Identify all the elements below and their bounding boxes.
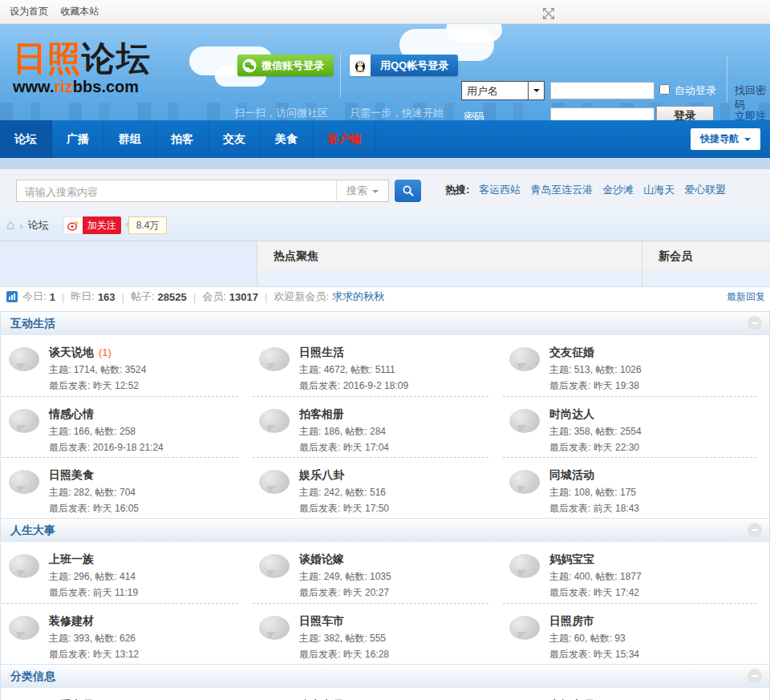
search-box: 搜索	[16, 180, 389, 202]
forum-bubble-icon	[509, 470, 540, 494]
hot-search-link[interactable]: 金沙滩	[602, 183, 634, 197]
forum-topic-post-stats: 主题: 296, 帖数: 414	[49, 570, 251, 583]
forum-link[interactable]: 谈天说地	[49, 346, 94, 358]
forum-link[interactable]: 日照房市	[549, 614, 594, 627]
forum-topic-post-stats: 主题: 382, 帖数: 555	[299, 632, 488, 645]
site-logo[interactable]: 日照论坛 www.rizbbs.com	[13, 42, 151, 95]
forum-cell: 装修建材主题: 393, 帖数: 626最后发表: 昨天 13:12	[2, 603, 238, 664]
register-link[interactable]: 立即注册	[735, 109, 770, 120]
forum-link[interactable]: 上班一族	[49, 552, 94, 565]
forum-topic-post-stats: 主题: 1714, 帖数: 3524	[49, 363, 251, 376]
new-member-body	[642, 270, 770, 286]
forum-sections: 互动生活谈天说地(1)主题: 1714, 帖数: 3524最后发表: 昨天 12…	[0, 311, 770, 700]
forum-cell: 谈婚论嫁主题: 249, 帖数: 1035最后发表: 昨天 20:27	[251, 542, 501, 603]
hot-search-link[interactable]: 青岛至连云港	[530, 183, 593, 197]
fullscreen-icon[interactable]	[542, 6, 555, 18]
section-title[interactable]: 人生大事	[10, 519, 55, 541]
forum-link[interactable]: 日照生活	[299, 346, 344, 358]
qq-login-button[interactable]: 用QQ帐号登录	[350, 55, 458, 76]
breadcrumb-separator: ›	[19, 220, 22, 232]
chevron-down-icon	[744, 138, 751, 144]
forum-last-post: 最后发表: 昨天 19:38	[549, 379, 769, 392]
weibo-follow-button[interactable]: 加关注	[83, 216, 121, 234]
hot-search-link[interactable]: 爱心联盟	[684, 183, 726, 197]
hot-search-label: 热搜:	[445, 183, 469, 197]
forum-link[interactable]: 娱乐八卦	[299, 468, 344, 481]
home-icon[interactable]: ⌂	[6, 217, 14, 233]
divider	[727, 56, 727, 103]
forum-topic-post-stats: 主题: 513, 帖数: 1026	[549, 363, 769, 376]
main-navbar: 论坛 广播 群组 拍客 交友 美食 客户端 快捷导航	[0, 120, 770, 158]
forum-link[interactable]: 妈妈宝宝	[549, 552, 594, 565]
forum-last-post: 最后发表: 昨天 17:50	[299, 502, 488, 515]
forum-section: 互动生活谈天说地(1)主题: 1714, 帖数: 3524最后发表: 昨天 12…	[0, 311, 770, 519]
forum-topic-post-stats: 主题: 249, 帖数: 1035	[299, 570, 501, 583]
section-header: 分类信息	[1, 665, 769, 688]
forum-cell: 娱乐八卦主题: 242, 帖数: 516最后发表: 昨天 17:50	[253, 457, 488, 518]
forum-link[interactable]: 谈婚论嫁	[299, 552, 344, 565]
forum-stats-bar: 今日:1 昨日:163 帖子:28525 会员:13017 欢迎新会员:求求的秋…	[0, 287, 770, 306]
set-homepage-link[interactable]: 设为首页	[10, 6, 48, 17]
bar-chart-icon	[6, 291, 18, 302]
members-label: 会员:	[202, 289, 226, 304]
quick-nav-button[interactable]: 快捷导航	[691, 128, 760, 150]
section-title[interactable]: 互动生活	[10, 312, 55, 334]
forum-bubble-icon	[9, 470, 39, 494]
search-scope-dropdown[interactable]: 搜索	[336, 180, 388, 201]
forum-topic-post-stats: 主题: 108, 帖数: 175	[549, 486, 756, 499]
forum-topic-post-stats: 主题: 186, 帖数: 284	[299, 425, 488, 438]
search-input[interactable]	[23, 181, 331, 202]
nav-item-paike[interactable]: 拍客	[156, 120, 209, 158]
nav-item-food[interactable]: 美食	[261, 120, 313, 158]
logo-url: www.rizbbs.com	[13, 79, 151, 95]
forum-last-post: 最后发表: 前天 18:43	[549, 502, 756, 515]
login-button[interactable]: 登录	[656, 106, 714, 120]
find-password-link[interactable]: 找回密码	[735, 83, 770, 112]
collapse-button[interactable]	[748, 669, 762, 683]
forum-cell: 日照房市主题: 60, 帖数: 93最后发表: 昨天 15:34	[503, 603, 756, 664]
forum-link[interactable]: 时尚达人	[549, 407, 594, 420]
forum-last-post: 最后发表: 昨天 16:05	[49, 502, 238, 515]
hot-search-link[interactable]: 山海天	[643, 183, 675, 197]
newest-member-link[interactable]: 求求的秋秋	[332, 289, 384, 304]
bookmark-site-link[interactable]: 收藏本站	[60, 6, 99, 17]
latest-reply-link[interactable]: 最新回复	[727, 290, 765, 304]
nav-item-friends[interactable]: 交友	[209, 120, 261, 158]
breadcrumb-current[interactable]: 论坛	[28, 218, 49, 233]
auto-login-checkbox[interactable]	[659, 84, 670, 95]
search-submit-button[interactable]	[395, 180, 421, 202]
forum-last-post: 最后发表: 昨天 17:42	[549, 586, 769, 599]
forum-link[interactable]: 日照美食	[49, 468, 94, 481]
nav-item-client-app[interactable]: 客户端	[313, 120, 376, 158]
minus-icon	[752, 322, 758, 324]
login-username-input[interactable]	[550, 82, 654, 99]
nav-item-forum[interactable]: 论坛	[0, 120, 52, 158]
wechat-login-button[interactable]: 微信账号登录	[237, 55, 334, 76]
forum-link[interactable]: 拍客相册	[299, 407, 344, 420]
collapse-button[interactable]	[748, 316, 762, 330]
section-title[interactable]: 分类信息	[10, 665, 55, 687]
login-password-input[interactable]	[550, 107, 654, 120]
forum-link[interactable]: 装修建材	[49, 614, 94, 627]
weibo-follow-widget: 加关注 8.4万	[63, 216, 168, 234]
forum-link[interactable]: 日照车市	[299, 614, 344, 627]
login-type-select[interactable]: 用户名	[461, 81, 545, 100]
hot-focus-header: 热点聚焦	[257, 241, 642, 270]
forum-cell: 拍客相册主题: 186, 帖数: 284最后发表: 昨天 17:04	[253, 396, 488, 457]
hot-search-area: 热搜: 客运西站 青岛至连云港 金沙滩 山海天 爱心联盟	[445, 183, 726, 197]
forum-link[interactable]: 情感心情	[49, 407, 94, 420]
forum-bubble-icon	[259, 554, 290, 578]
forum-bubble-icon	[509, 554, 540, 578]
breadcrumb: ⌂ › 论坛 加关注 8.4万	[0, 210, 770, 241]
forum-cell: 谈天说地(1)主题: 1714, 帖数: 3524最后发表: 昨天 12:52	[1, 335, 251, 396]
promo-column	[0, 241, 257, 270]
collapse-button[interactable]	[748, 523, 762, 537]
forum-last-post: 最后发表: 昨天 12:52	[49, 379, 251, 392]
forum-link[interactable]: 同城活动	[549, 468, 594, 481]
hot-search-link[interactable]: 客运西站	[479, 183, 521, 197]
forum-link[interactable]: 交友征婚	[549, 346, 594, 358]
yesterday-count: 163	[98, 291, 116, 303]
nav-item-groups[interactable]: 群组	[104, 120, 156, 158]
nav-item-broadcast[interactable]: 广播	[52, 120, 104, 158]
today-label: 今日:	[22, 289, 47, 304]
